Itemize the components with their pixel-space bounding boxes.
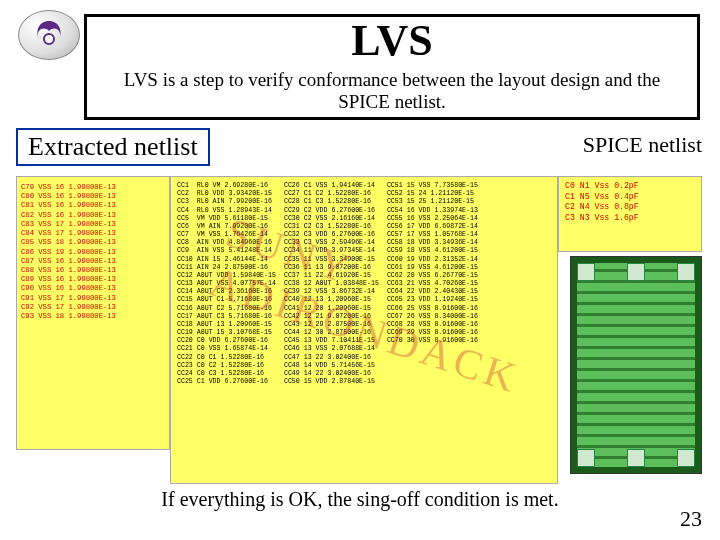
netlist-detail-panel: CC1 RL0 VM 2.69280E-16 CC2 RL0 VDD 3.934… — [170, 176, 558, 484]
layout-preview — [570, 256, 702, 474]
extracted-netlist-heading: Extracted netlist — [16, 128, 210, 166]
page-subtitle: LVS is a step to verify conformance betw… — [107, 69, 677, 113]
title-container: LVS LVS is a step to verify conformance … — [84, 14, 700, 120]
page-number: 23 — [680, 506, 702, 532]
netlist-col-2: CC26 C1 VSS 1.94140E-14 CC27 C1 C2 1.522… — [284, 182, 379, 386]
spice-netlist-panel: C0 N1 Vss 0.2pF C1 N5 Vss 0.4pF C2 N4 Vs… — [558, 176, 702, 252]
svg-point-0 — [44, 34, 54, 44]
page-title: LVS — [87, 17, 697, 65]
netlist-col-3: CC51 15 VSS 7.73580E-15 CC52 15 24 1.211… — [387, 182, 478, 386]
footer-text: If everything is OK, the sing-off condit… — [0, 488, 720, 511]
netlist-col-1: CC1 RL0 VM 2.69280E-16 CC2 RL0 VDD 3.934… — [177, 182, 276, 386]
spice-netlist-heading: SPICE netlist — [583, 132, 702, 158]
logo — [18, 10, 80, 60]
extracted-netlist-panel: C79 VSS 16 1.99800E-13 C80 VSS 16 1.9980… — [16, 176, 170, 450]
